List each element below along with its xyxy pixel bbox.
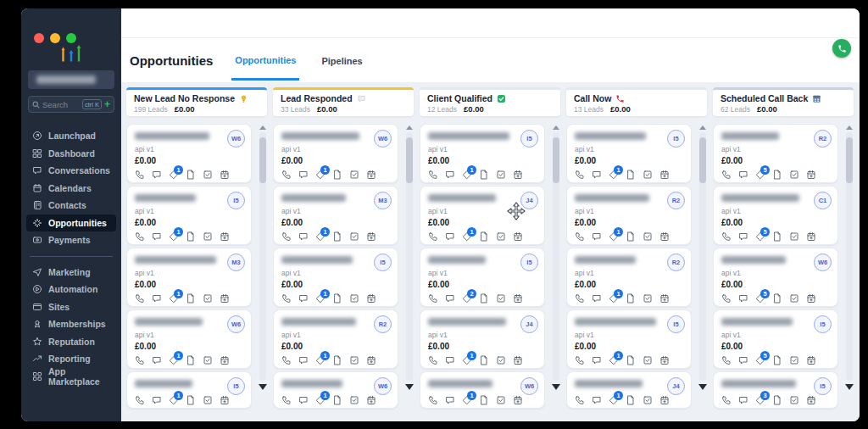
tag-icon[interactable]: 1	[315, 395, 326, 405]
scrollbar-track[interactable]	[553, 132, 559, 381]
phone-icon[interactable]	[135, 170, 145, 180]
close-window-button[interactable]	[34, 33, 44, 43]
tag-icon[interactable]: 1	[315, 355, 326, 365]
file-icon[interactable]	[626, 293, 636, 304]
check-square-icon[interactable]	[643, 170, 653, 180]
calendar-plus-icon[interactable]	[513, 293, 523, 304]
opportunity-card[interactable]: R2api v1£0.005	[713, 124, 838, 183]
check-square-icon[interactable]	[789, 231, 799, 242]
scrollbar-thumb[interactable]	[699, 137, 706, 183]
opportunity-card[interactable]: I5api v1£0.002	[420, 248, 545, 307]
scrollbar-track[interactable]	[699, 132, 706, 381]
calendar-plus-icon[interactable]	[366, 293, 376, 304]
contact-avatar[interactable]: W6	[814, 254, 832, 271]
opportunity-card[interactable]: J4api v1£0.001	[420, 186, 545, 245]
message-icon[interactable]	[738, 231, 748, 242]
file-icon[interactable]	[626, 231, 636, 242]
check-square-icon[interactable]	[789, 170, 799, 180]
check-square-icon[interactable]	[349, 355, 359, 365]
contact-avatar[interactable]: I5	[667, 315, 685, 333]
phone-icon[interactable]	[281, 231, 292, 242]
file-icon[interactable]	[186, 355, 196, 365]
tag-icon[interactable]: 5	[755, 231, 765, 242]
file-icon[interactable]	[772, 170, 782, 180]
file-icon[interactable]	[479, 170, 489, 180]
phone-icon[interactable]	[428, 231, 438, 242]
sidebar-item-calendars[interactable]: Calendars	[26, 180, 116, 198]
phone-icon[interactable]	[135, 355, 145, 365]
scroll-up-icon[interactable]	[259, 125, 266, 130]
sidebar-item-memberships[interactable]: Memberships	[26, 315, 116, 333]
scrollbar-thumb[interactable]	[406, 137, 413, 183]
contact-avatar[interactable]: R2	[667, 192, 685, 209]
phone-icon[interactable]	[575, 293, 585, 304]
message-icon[interactable]	[298, 170, 309, 180]
opportunity-card[interactable]: I51	[126, 371, 252, 409]
sidebar-item-automation[interactable]: Automation	[26, 281, 116, 298]
scroll-up-icon[interactable]	[406, 125, 413, 130]
calendar-plus-icon[interactable]	[366, 395, 376, 405]
sidebar-item-conversations[interactable]: Conversations	[26, 162, 116, 180]
opportunity-card[interactable]: R2api v1£0.001	[566, 186, 692, 245]
calendar-plus-icon[interactable]	[806, 170, 816, 180]
sidebar-item-payments[interactable]: Payments	[26, 231, 116, 249]
opportunity-card[interactable]: J41	[566, 371, 692, 409]
contact-avatar[interactable]: W6	[227, 315, 245, 333]
contact-avatar[interactable]: R2	[374, 315, 392, 333]
check-square-icon[interactable]	[496, 293, 506, 304]
message-icon[interactable]	[152, 170, 162, 180]
column-scrollbar[interactable]	[552, 125, 560, 390]
opportunity-card[interactable]: W61	[420, 371, 545, 409]
contact-avatar[interactable]: J4	[667, 377, 685, 395]
phone-icon[interactable]	[575, 170, 585, 180]
contact-avatar[interactable]: J4	[520, 315, 538, 333]
opportunity-card[interactable]: W6api v1£0.001	[126, 124, 252, 183]
contact-avatar[interactable]: W6	[520, 377, 538, 395]
calendar-plus-icon[interactable]	[366, 170, 376, 180]
scroll-down-icon[interactable]	[405, 384, 414, 390]
phone-icon[interactable]	[721, 293, 732, 304]
opportunity-card[interactable]: I5api v1£0.001	[273, 248, 398, 307]
calendar-plus-icon[interactable]	[659, 170, 670, 180]
tag-icon[interactable]: 1	[315, 293, 326, 304]
phone-icon[interactable]	[135, 395, 145, 405]
tag-icon[interactable]: 1	[462, 395, 472, 405]
phone-icon[interactable]	[281, 395, 292, 405]
file-icon[interactable]	[186, 293, 196, 304]
file-icon[interactable]	[479, 355, 489, 365]
check-square-icon[interactable]	[789, 355, 799, 365]
check-square-icon[interactable]	[349, 231, 359, 242]
contact-avatar[interactable]: W6	[227, 130, 245, 148]
phone-icon[interactable]	[721, 170, 732, 180]
opportunity-card[interactable]: R2api v1£0.001	[273, 309, 398, 369]
opportunity-card[interactable]: W6api v1£0.005	[713, 248, 838, 307]
file-icon[interactable]	[332, 293, 342, 304]
contact-avatar[interactable]: I5	[227, 192, 245, 209]
phone-icon[interactable]	[281, 170, 292, 180]
stage-header[interactable]: Call Now13 Leads£0.00	[566, 87, 707, 116]
opportunity-card[interactable]: W6api v1£0.001	[273, 124, 398, 183]
calendar-plus-icon[interactable]	[220, 355, 230, 365]
tag-icon[interactable]: 1	[609, 355, 619, 365]
tag-icon[interactable]: 1	[315, 170, 326, 180]
message-icon[interactable]	[592, 170, 602, 180]
tag-icon[interactable]: 1	[609, 231, 619, 242]
sidebar-item-reporting[interactable]: Reporting	[26, 350, 116, 368]
contact-avatar[interactable]: R2	[667, 254, 685, 271]
tag-icon[interactable]: 1	[462, 231, 472, 242]
column-scrollbar[interactable]	[259, 125, 267, 390]
check-square-icon[interactable]	[349, 395, 359, 405]
file-icon[interactable]	[772, 355, 782, 365]
check-square-icon[interactable]	[789, 395, 799, 405]
sidebar-item-marketing[interactable]: Marketing	[26, 264, 116, 281]
phone-icon[interactable]	[575, 355, 585, 365]
calendar-plus-icon[interactable]	[513, 355, 523, 365]
tag-icon[interactable]: 5	[755, 355, 765, 365]
message-icon[interactable]	[592, 355, 602, 365]
contact-avatar[interactable]: I5	[227, 377, 245, 395]
tag-icon[interactable]: 1	[169, 231, 179, 242]
contact-avatar[interactable]: R2	[814, 130, 832, 148]
message-icon[interactable]	[298, 395, 309, 405]
sidebar-item-launchpad[interactable]: Launchpad	[26, 127, 116, 145]
opportunity-card[interactable]: C1api v1£0.005	[713, 186, 838, 245]
